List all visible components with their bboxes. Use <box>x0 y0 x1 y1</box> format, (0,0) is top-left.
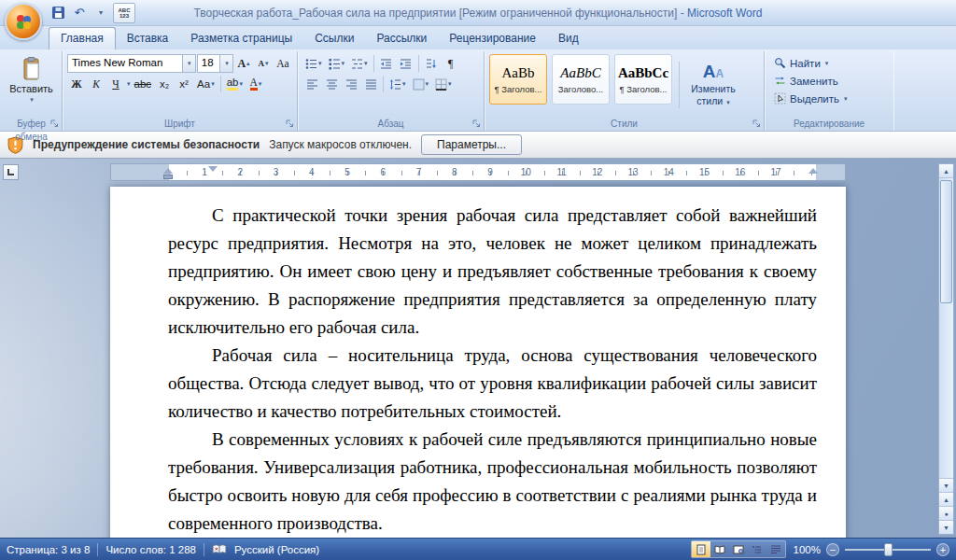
multilevel-icon <box>351 58 363 70</box>
up-arrow-icon: ▲ <box>943 168 949 175</box>
tab-home[interactable]: Главная <box>49 27 116 49</box>
align-left-button[interactable] <box>302 75 321 93</box>
tab-references[interactable]: Ссылки <box>303 28 365 49</box>
underline-button[interactable]: Ч <box>106 75 125 93</box>
fullscreen-reading-view-button[interactable] <box>710 541 729 557</box>
shading-button[interactable]: ▾ <box>410 75 432 93</box>
styles-dialog-launcher[interactable] <box>752 119 762 129</box>
previous-page-button[interactable]: ▲ <box>939 492 953 506</box>
zoom-level[interactable]: 100% <box>794 544 821 555</box>
numbering-button[interactable]: ▾ <box>326 54 348 73</box>
justify-button[interactable] <box>361 75 380 93</box>
zoom-slider-handle[interactable] <box>884 543 893 556</box>
zoom-in-button[interactable]: + <box>936 543 949 556</box>
security-warning-title: Предупреждение системы безопасности <box>33 138 260 151</box>
draft-view-button[interactable] <box>766 541 785 557</box>
next-page-button[interactable]: ▼ <box>939 520 953 534</box>
browse-dot-icon: ● <box>944 511 948 517</box>
chevron-down-icon: ▾ <box>426 80 429 88</box>
paste-button[interactable]: Вставить ▾ <box>7 53 56 107</box>
bullets-button[interactable]: ▾ <box>302 54 325 73</box>
grow-font-button[interactable]: А▴ <box>234 54 253 73</box>
tab-selector[interactable] <box>3 164 19 180</box>
select-browse-object-button[interactable]: ● <box>939 506 953 520</box>
spellcheck-icon[interactable] <box>212 543 227 555</box>
scrollbar-thumb[interactable] <box>940 180 952 303</box>
zoom-slider[interactable] <box>845 549 931 551</box>
align-center-button[interactable] <box>322 75 341 93</box>
paragraph-dialog-launcher[interactable] <box>471 119 482 129</box>
print-layout-view-button[interactable] <box>692 541 710 557</box>
paragraph[interactable]: С практической точки зрения рабочая сила… <box>168 202 817 342</box>
borders-button[interactable]: ▾ <box>432 75 455 93</box>
divider <box>383 76 384 92</box>
tab-mailings[interactable]: Рассылки <box>365 28 438 49</box>
undo-button[interactable]: ↶ <box>70 4 89 22</box>
outline-view-button[interactable] <box>748 541 766 557</box>
document-text[interactable]: С практической точки зрения рабочая сила… <box>110 187 846 538</box>
style-card-heading1[interactable]: AaBb ¶ Заголов... <box>489 54 547 105</box>
document-page[interactable]: С практической точки зрения рабочая сила… <box>110 187 846 538</box>
document-area: 1 2 3 4 5 6 7 8 9 10 11 12 13 14 15 16 1… <box>0 159 956 538</box>
bullets-icon <box>305 58 317 70</box>
word-count[interactable]: Число слов: 1 288 <box>105 544 196 555</box>
divider <box>679 62 680 108</box>
change-case-button[interactable]: Aa▾ <box>194 75 218 93</box>
font-dialog-launcher[interactable] <box>285 119 295 129</box>
align-right-button[interactable] <box>342 75 360 93</box>
hanging-indent-marker[interactable] <box>163 163 173 174</box>
office-button[interactable] <box>5 3 42 40</box>
italic-button[interactable]: К <box>87 75 105 93</box>
language-indicator[interactable]: Русский (Россия) <box>234 544 319 555</box>
multilevel-list-button[interactable]: ▾ <box>348 54 371 73</box>
replace-button[interactable]: Заменить <box>769 73 852 89</box>
style-name: ¶ Заголов... <box>495 84 542 94</box>
right-indent-marker[interactable] <box>808 163 818 174</box>
font-color-button[interactable]: А▾ <box>246 75 265 93</box>
highlight-button[interactable]: ab▾ <box>224 75 246 93</box>
web-layout-view-button[interactable] <box>729 541 748 557</box>
increase-indent-button[interactable] <box>397 54 415 73</box>
sort-icon <box>425 58 437 70</box>
bold-button[interactable]: Ж <box>67 75 86 93</box>
superscript-button[interactable]: x² <box>175 75 193 93</box>
save-button[interactable] <box>49 4 67 22</box>
scroll-down-button[interactable]: ▼ <box>939 478 953 492</box>
paragraph[interactable]: Рабочая сила – носительница труда, основ… <box>168 342 817 426</box>
shrink-font-button[interactable]: А▾ <box>254 54 273 73</box>
subscript-button[interactable]: x₂ <box>155 75 174 93</box>
security-options-button[interactable]: Параметры... <box>421 134 522 155</box>
zoom-out-button[interactable]: − <box>826 543 839 556</box>
change-styles-button[interactable]: AA Изменить стили ▾ <box>682 54 744 115</box>
style-name: ¶ Заголов... <box>620 84 668 94</box>
first-line-indent-marker[interactable] <box>208 166 218 176</box>
line-spacing-button[interactable]: ▾ <box>387 75 409 93</box>
left-indent-marker[interactable] <box>163 175 173 179</box>
double-up-arrow-icon: ▲ <box>943 497 949 503</box>
clear-formatting-button[interactable]: Аа <box>274 54 292 73</box>
tab-review[interactable]: Рецензирование <box>438 28 547 49</box>
select-button[interactable]: Выделить ▾ <box>769 91 852 106</box>
sort-button[interactable] <box>422 54 441 73</box>
qat-customize-button[interactable]: ▾ <box>91 4 110 22</box>
decrease-indent-button[interactable] <box>377 54 396 73</box>
font-size-combo[interactable]: 18 ▾ <box>197 54 233 73</box>
horizontal-ruler[interactable]: 1 2 3 4 5 6 7 8 9 10 11 12 13 14 15 16 1… <box>110 163 846 181</box>
font-name-combo[interactable]: Times New Roman ▾ <box>67 54 196 73</box>
scroll-up-button[interactable]: ▲ <box>939 164 953 178</box>
style-card-heading3[interactable]: AaBbCc ¶ Заголов... <box>614 54 672 105</box>
paste-label: Вставить <box>9 83 53 94</box>
spelling-macro-button[interactable]: ABC 123 <box>113 3 135 23</box>
tab-page-layout[interactable]: Разметка страницы <box>179 28 303 49</box>
tab-view[interactable]: Вид <box>547 28 590 49</box>
show-paragraph-marks-button[interactable]: ¶ <box>442 54 460 73</box>
style-card-heading2[interactable]: AaBbC Заголово... <box>552 54 610 105</box>
clipboard-dialog-launcher[interactable] <box>49 119 60 129</box>
chevron-down-icon: ▾ <box>211 80 215 88</box>
page-indicator[interactable]: Страница: 3 из 8 <box>7 544 90 555</box>
strikethrough-button[interactable]: abc <box>132 75 155 93</box>
find-button[interactable]: Найти ▾ <box>769 55 852 71</box>
paragraph[interactable]: В современных условиях к рабочей силе пр… <box>168 426 817 538</box>
tab-insert[interactable]: Вставка <box>116 28 180 49</box>
vertical-scrollbar[interactable]: ▲ ▼ ▲ ● ▼ <box>938 163 954 535</box>
